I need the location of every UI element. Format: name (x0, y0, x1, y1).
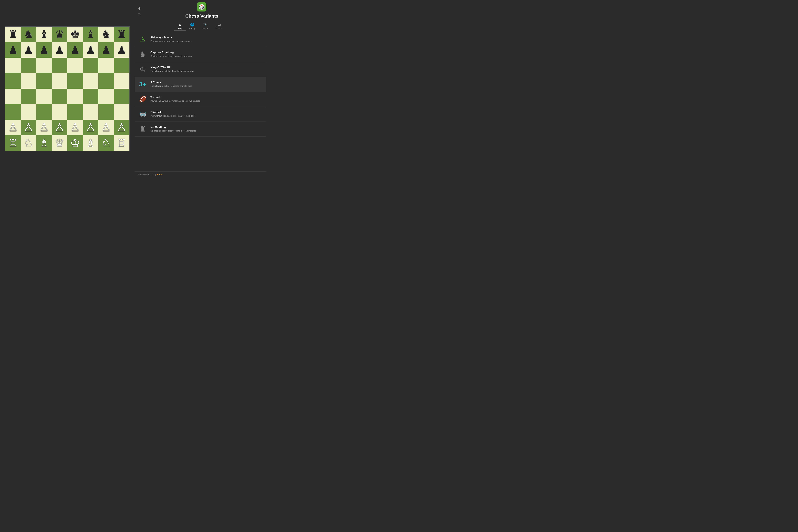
square-4-7[interactable] (114, 89, 130, 104)
square-1-4[interactable]: ♟ (67, 42, 83, 58)
square-1-6[interactable]: ♟ (98, 42, 114, 58)
square-5-5[interactable] (83, 104, 98, 120)
variant-info-capture-anything: Capture AnythingCapture your own pieces … (150, 51, 263, 58)
square-3-4[interactable] (67, 73, 83, 89)
square-4-5[interactable] (83, 89, 98, 104)
square-0-1[interactable]: ♞ (21, 26, 36, 42)
square-6-5[interactable]: ♙ (83, 120, 98, 135)
variant-icon-torpedo: 🏈 (138, 94, 148, 104)
square-5-1[interactable] (21, 104, 36, 120)
square-3-6[interactable] (98, 73, 114, 89)
variant-desc-sideways-pawns: Pawns can also move sideways one square (150, 40, 263, 43)
square-2-0[interactable] (5, 58, 21, 73)
sidebar: ⚙ ⇅ 🎲 Chess Variants ♟Play🌐Lobby🔭Watch🗂A… (135, 0, 266, 177)
piece-1-6: ♟ (101, 44, 111, 56)
nav-tabs: ♟Play🌐Lobby🔭Watch🗂Archive (135, 21, 266, 31)
square-7-6[interactable]: ♘ (98, 135, 114, 151)
square-7-2[interactable]: ♗ (36, 135, 52, 151)
square-7-4[interactable]: ♔ (67, 135, 83, 151)
square-2-1[interactable] (21, 58, 36, 73)
square-1-1[interactable]: ♟ (21, 42, 36, 58)
variant-item-torpedo[interactable]: 🏈TorpedoPawns can always move forward on… (135, 92, 266, 107)
square-0-5[interactable]: ♝ (83, 26, 98, 42)
square-2-4[interactable] (67, 58, 83, 73)
square-6-4[interactable]: ♙ (67, 120, 83, 135)
tab-lobby[interactable]: 🌐Lobby (186, 21, 199, 31)
blindfold-symbol: 🥽 (139, 111, 147, 118)
variant-item-blindfold[interactable]: 🥽BlindfoldPlay without being able to see… (135, 107, 266, 122)
square-5-3[interactable] (52, 104, 68, 120)
piece-1-4: ♟ (70, 44, 80, 56)
square-7-5[interactable]: ♗ (83, 135, 98, 151)
square-0-4[interactable]: ♚ (67, 26, 83, 42)
square-3-2[interactable] (36, 73, 52, 89)
piece-1-1: ♟ (23, 44, 34, 56)
square-7-0[interactable]: ♖ (5, 135, 21, 151)
sideways-pawns-symbol: ♙ (139, 35, 146, 44)
gear-icon[interactable]: ⚙ (138, 6, 141, 11)
square-7-7[interactable]: ♖ (114, 135, 130, 151)
square-6-7[interactable]: ♙ (114, 120, 130, 135)
square-5-7[interactable] (114, 104, 130, 120)
square-5-6[interactable] (98, 104, 114, 120)
variant-name-3check: 3 Check (150, 81, 263, 84)
tab-watch[interactable]: 🔭Watch (199, 21, 212, 31)
square-4-1[interactable] (21, 89, 36, 104)
square-3-7[interactable] (114, 73, 130, 89)
square-1-7[interactable]: ♟ (114, 42, 130, 58)
square-6-1[interactable]: ♙ (21, 120, 36, 135)
square-4-4[interactable] (67, 89, 83, 104)
square-5-0[interactable] (5, 104, 21, 120)
square-1-3[interactable]: ♟ (52, 42, 68, 58)
forum-link[interactable]: Forum (157, 173, 163, 176)
variant-desc-no-castling: No castling allowed leaves king more vul… (150, 129, 263, 132)
tab-archive[interactable]: 🗂Archive (212, 21, 226, 31)
square-1-0[interactable]: ♟ (5, 42, 21, 58)
piece-7-1: ♘ (23, 137, 34, 149)
square-0-0[interactable]: ♜ (5, 26, 21, 42)
square-7-1[interactable]: ♘ (21, 135, 36, 151)
square-3-3[interactable] (52, 73, 68, 89)
piece-0-2: ♝ (39, 29, 49, 40)
square-7-3[interactable]: ♕ (52, 135, 68, 151)
square-5-2[interactable] (36, 104, 52, 120)
square-1-5[interactable]: ♟ (83, 42, 98, 58)
variant-item-sideways-pawns[interactable]: ♙Sideways PawnsPawns can also move sidew… (135, 32, 266, 47)
square-4-0[interactable] (5, 89, 21, 104)
square-6-0[interactable]: ♙ (5, 120, 21, 135)
square-0-7[interactable]: ♜ (114, 26, 130, 42)
three-check-symbol: 3+ (139, 81, 146, 88)
square-1-2[interactable]: ♟ (36, 42, 52, 58)
tab-play[interactable]: ♟Play (174, 21, 186, 31)
square-4-6[interactable] (98, 89, 114, 104)
square-2-6[interactable] (98, 58, 114, 73)
chess-board[interactable]: ♜♞♝♛♚♝♞♜♟♟♟♟♟♟♟♟♙♙♙♙♙♙♙♙♖♘♗♕♔♗♘♖ (5, 26, 130, 151)
variant-info-torpedo: TorpedoPawns can always move forward one… (150, 96, 263, 102)
square-3-1[interactable] (21, 73, 36, 89)
square-2-7[interactable] (114, 58, 130, 73)
variant-item-no-castling[interactable]: ♜No CastlingNo castling allowed leaves k… (135, 122, 266, 137)
variant-name-king-of-the-hill: King Of The Hill (150, 66, 263, 69)
square-5-4[interactable] (67, 104, 83, 120)
square-4-2[interactable] (36, 89, 52, 104)
square-0-2[interactable]: ♝ (36, 26, 52, 42)
square-3-5[interactable] (83, 73, 98, 89)
square-0-6[interactable]: ♞ (98, 26, 114, 42)
variant-item-3check[interactable]: 3+3 CheckFirst player to deliver 3 check… (135, 77, 266, 92)
square-6-3[interactable]: ♙ (52, 120, 68, 135)
square-4-3[interactable] (52, 89, 68, 104)
square-2-2[interactable] (36, 58, 52, 73)
arrows-icon[interactable]: ⇅ (138, 12, 141, 16)
variant-icon-3check: 3+ (138, 79, 148, 89)
square-3-0[interactable] (5, 73, 21, 89)
square-2-5[interactable] (83, 58, 98, 73)
square-6-2[interactable]: ♙ (36, 120, 52, 135)
variant-item-king-of-the-hill[interactable]: ♔King Of The HillFirst player to get the… (135, 62, 266, 77)
square-2-3[interactable] (52, 58, 68, 73)
square-0-3[interactable]: ♛ (52, 26, 68, 42)
brand-icon: 🎲 (197, 2, 206, 12)
tab-icon-lobby: 🌐 (190, 23, 194, 26)
variant-item-capture-anything[interactable]: ♞Capture AnythingCapture your own pieces… (135, 47, 266, 62)
piece-6-1: ♙ (23, 122, 34, 133)
square-6-6[interactable]: ♙ (98, 120, 114, 135)
